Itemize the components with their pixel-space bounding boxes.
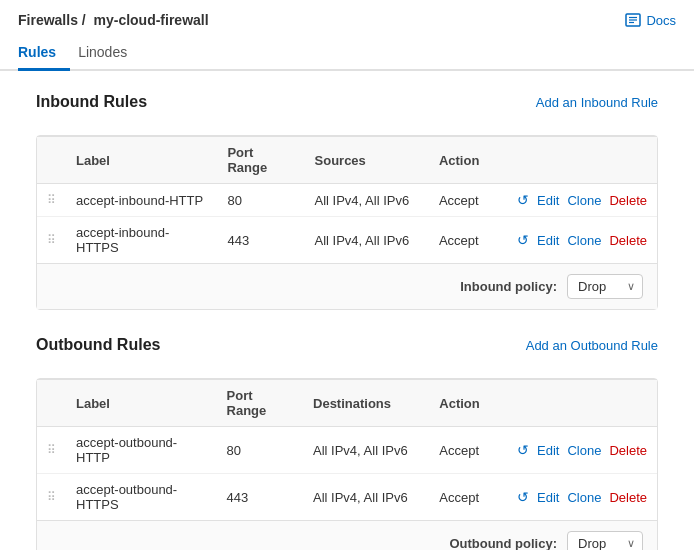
outbound-row1-undo-button[interactable]: ↺ xyxy=(517,442,529,458)
inbound-policy-row: Inbound policy: Drop Accept xyxy=(37,263,657,309)
inbound-table-container: Label Port Range Sources Action ⠿ accept… xyxy=(36,135,658,310)
inbound-table: Label Port Range Sources Action ⠿ accept… xyxy=(37,136,657,263)
outbound-row1-actions: ↺ Edit Clone Delete xyxy=(507,427,657,474)
inbound-col-label: Label xyxy=(66,137,217,184)
inbound-col-row-actions xyxy=(507,137,657,184)
outbound-row1-label: accept-outbound-HTTP xyxy=(66,427,217,474)
outbound-section-header: Outbound Rules Add an Outbound Rule xyxy=(36,326,658,362)
inbound-row1-actions: ↺ Edit Clone Delete xyxy=(507,184,657,217)
breadcrumb: Firewalls / my-cloud-firewall xyxy=(18,12,209,28)
inbound-policy-select[interactable]: Drop Accept xyxy=(567,274,643,299)
inbound-col-port: Port Range xyxy=(217,137,304,184)
drag-handle[interactable]: ⠿ xyxy=(37,184,66,217)
docs-label: Docs xyxy=(646,13,676,28)
drag-handle[interactable]: ⠿ xyxy=(37,474,66,521)
inbound-row2-clone-link[interactable]: Clone xyxy=(567,233,601,248)
table-row: ⠿ accept-outbound-HTTPS 443 All IPv4, Al… xyxy=(37,474,657,521)
table-row: ⠿ accept-inbound-HTTP 80 All IPv4, All I… xyxy=(37,184,657,217)
inbound-row1-action: Accept xyxy=(429,184,507,217)
outbound-row2-delete-link[interactable]: Delete xyxy=(609,490,647,505)
inbound-row2-undo-button[interactable]: ↺ xyxy=(517,232,529,248)
inbound-col-action: Action xyxy=(429,137,507,184)
outbound-row2-undo-button[interactable]: ↺ xyxy=(517,489,529,505)
outbound-col-label: Label xyxy=(66,380,217,427)
outbound-row1-delete-link[interactable]: Delete xyxy=(609,443,647,458)
outbound-row1-clone-link[interactable]: Clone xyxy=(567,443,601,458)
tab-bar: Rules Linodes xyxy=(0,36,694,71)
inbound-row2-label: accept-inbound-HTTPS xyxy=(66,217,217,264)
inbound-policy-select-wrapper: Drop Accept xyxy=(567,274,643,299)
outbound-row1-action: Accept xyxy=(429,427,507,474)
inbound-row1-port: 80 xyxy=(217,184,304,217)
inbound-section: Inbound Rules Add an Inbound Rule Label … xyxy=(18,83,676,310)
inbound-row2-port: 443 xyxy=(217,217,304,264)
outbound-col-port: Port Range xyxy=(217,380,303,427)
inbound-row1-clone-link[interactable]: Clone xyxy=(567,193,601,208)
outbound-row2-label: accept-outbound-HTTPS xyxy=(66,474,217,521)
inbound-row2-sources: All IPv4, All IPv6 xyxy=(305,217,429,264)
outbound-row1-edit-link[interactable]: Edit xyxy=(537,443,559,458)
inbound-row2-edit-link[interactable]: Edit xyxy=(537,233,559,248)
docs-icon xyxy=(625,13,641,27)
outbound-row1-port: 80 xyxy=(217,427,303,474)
outbound-policy-row: Outbound policy: Drop Accept xyxy=(37,520,657,550)
table-row: ⠿ accept-outbound-HTTP 80 All IPv4, All … xyxy=(37,427,657,474)
outbound-row1-destinations: All IPv4, All IPv6 xyxy=(303,427,429,474)
outbound-section: Outbound Rules Add an Outbound Rule Labe… xyxy=(18,326,676,550)
add-inbound-rule-link[interactable]: Add an Inbound Rule xyxy=(536,95,658,110)
outbound-col-action: Action xyxy=(429,380,507,427)
outbound-row2-clone-link[interactable]: Clone xyxy=(567,490,601,505)
outbound-table-container: Label Port Range Destinations Action ⠿ a… xyxy=(36,378,658,550)
outbound-policy-label: Outbound policy: xyxy=(449,536,557,550)
outbound-col-drag xyxy=(37,380,66,427)
outbound-row2-destinations: All IPv4, All IPv6 xyxy=(303,474,429,521)
drag-handle[interactable]: ⠿ xyxy=(37,217,66,264)
inbound-policy-label: Inbound policy: xyxy=(460,279,557,294)
outbound-title: Outbound Rules xyxy=(36,336,160,354)
inbound-row2-action: Accept xyxy=(429,217,507,264)
inbound-title: Inbound Rules xyxy=(36,93,147,111)
inbound-row1-delete-link[interactable]: Delete xyxy=(609,193,647,208)
inbound-row1-undo-button[interactable]: ↺ xyxy=(517,192,529,208)
drag-handle[interactable]: ⠿ xyxy=(37,427,66,474)
add-outbound-rule-link[interactable]: Add an Outbound Rule xyxy=(526,338,658,353)
inbound-row1-edit-link[interactable]: Edit xyxy=(537,193,559,208)
outbound-table: Label Port Range Destinations Action ⠿ a… xyxy=(37,379,657,520)
outbound-col-row-actions xyxy=(507,380,657,427)
tab-rules[interactable]: Rules xyxy=(18,36,70,71)
docs-link[interactable]: Docs xyxy=(625,13,676,28)
inbound-row1-sources: All IPv4, All IPv6 xyxy=(305,184,429,217)
breadcrumb-firewalls[interactable]: Firewalls / xyxy=(18,12,90,28)
outbound-row2-edit-link[interactable]: Edit xyxy=(537,490,559,505)
outbound-row2-actions: ↺ Edit Clone Delete xyxy=(507,474,657,521)
inbound-row2-delete-link[interactable]: Delete xyxy=(609,233,647,248)
inbound-col-sources: Sources xyxy=(305,137,429,184)
outbound-col-destinations: Destinations xyxy=(303,380,429,427)
inbound-section-header: Inbound Rules Add an Inbound Rule xyxy=(36,83,658,119)
page-header: Firewalls / my-cloud-firewall Docs xyxy=(0,0,694,28)
breadcrumb-current: my-cloud-firewall xyxy=(93,12,208,28)
outbound-policy-select-wrapper: Drop Accept xyxy=(567,531,643,550)
inbound-row1-label: accept-inbound-HTTP xyxy=(66,184,217,217)
outbound-policy-select[interactable]: Drop Accept xyxy=(567,531,643,550)
outbound-row2-port: 443 xyxy=(217,474,303,521)
outbound-row2-action: Accept xyxy=(429,474,507,521)
table-row: ⠿ accept-inbound-HTTPS 443 All IPv4, All… xyxy=(37,217,657,264)
inbound-col-drag xyxy=(37,137,66,184)
tab-linodes[interactable]: Linodes xyxy=(78,36,141,71)
inbound-row2-actions: ↺ Edit Clone Delete xyxy=(507,217,657,264)
